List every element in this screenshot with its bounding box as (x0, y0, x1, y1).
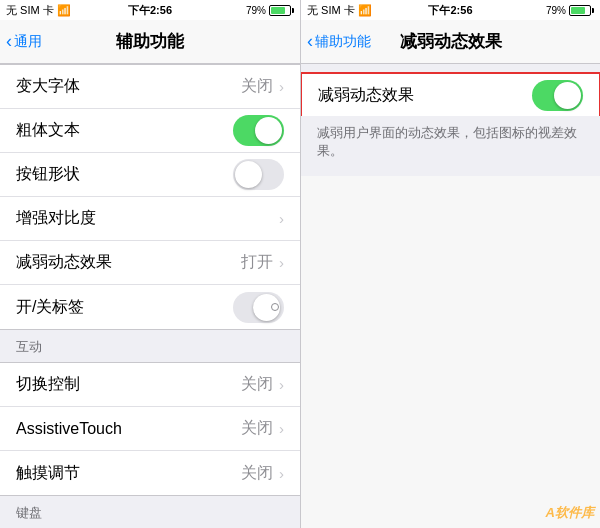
list-item-bigtext[interactable]: 变大字体 关闭 › (0, 65, 300, 109)
right-status-bar: 无 SIM 卡 📶 下午2:56 79% (301, 0, 600, 20)
buttonshape-toggle-knob (235, 161, 262, 188)
bigtext-chevron-icon: › (279, 78, 284, 95)
list-item-onofflabel[interactable]: 开/关标签 (0, 285, 300, 329)
switch-control-value: 关闭 (241, 374, 273, 395)
assistivetouch-right: 关闭 › (241, 418, 284, 439)
list-item-contrast[interactable]: 增强对比度 › (0, 197, 300, 241)
back-label-right: 辅助功能 (315, 33, 371, 51)
main-list-group: 变大字体 关闭 › 粗体文本 按钮形状 (0, 64, 300, 330)
right-battery-pct: 79% (546, 5, 566, 16)
right-status-time: 下午2:56 (428, 3, 472, 18)
reduce-motion-right: 打开 › (241, 252, 284, 273)
reduce-motion-label: 减弱动态效果 (16, 252, 112, 273)
assistivetouch-value: 关闭 (241, 418, 273, 439)
onofflabel-toggle[interactable] (233, 292, 284, 323)
bigtext-value: 关闭 (241, 76, 273, 97)
status-left: 无 SIM 卡 📶 (6, 3, 71, 18)
contrast-chevron-icon: › (279, 210, 284, 227)
bold-label: 粗体文本 (16, 120, 80, 141)
right-content: 减弱动态效果 减弱用户界面的动态效果，包括图标的视差效果。 (301, 64, 600, 528)
highlighted-reduce-motion-item[interactable]: 减弱动态效果 (301, 72, 600, 116)
right-status-left: 无 SIM 卡 📶 (307, 3, 372, 18)
wifi-icon: 📶 (57, 4, 71, 17)
contrast-label: 增强对比度 (16, 208, 96, 229)
right-panel: 无 SIM 卡 📶 下午2:56 79% ‹ 辅助功能 减弱动态效果 减弱动态效… (300, 0, 600, 528)
list-item-touch-accomm[interactable]: 触摸调节 关闭 › (0, 451, 300, 495)
bigtext-right: 关闭 › (241, 76, 284, 97)
list-item-assistivetouch[interactable]: AssistiveTouch 关闭 › (0, 407, 300, 451)
assistivetouch-label: AssistiveTouch (16, 420, 122, 438)
bold-toggle-knob (255, 117, 282, 144)
right-wifi-icon: 📶 (358, 4, 372, 17)
reduce-motion-toggle[interactable] (532, 80, 583, 111)
interactive-section-header: 互动 (0, 330, 300, 362)
touch-accomm-value: 关闭 (241, 463, 273, 484)
right-list-group: 减弱动态效果 (301, 72, 600, 116)
switch-control-chevron-icon: › (279, 376, 284, 393)
reduce-motion-toggle-knob (554, 82, 581, 109)
touch-accomm-right: 关闭 › (241, 463, 284, 484)
right-battery-icon (569, 5, 594, 16)
keyboard-section-header: 键盘 (0, 496, 300, 528)
left-panel: 无 SIM 卡 📶 下午2:56 79% ‹ 通用 辅助功能 变大字体 关闭 (0, 0, 300, 528)
left-nav-bar: ‹ 通用 辅助功能 (0, 20, 300, 64)
back-chevron-icon: ‹ (6, 32, 12, 50)
bigtext-label: 变大字体 (16, 76, 80, 97)
assistivetouch-chevron-icon: › (279, 420, 284, 437)
switch-control-right: 关闭 › (241, 374, 284, 395)
reduce-motion-description-text: 减弱用户界面的动态效果，包括图标的视差效果。 (317, 125, 577, 158)
interactive-section-label: 互动 (16, 338, 42, 356)
touch-accomm-chevron-icon: › (279, 465, 284, 482)
onofflabel-label: 开/关标签 (16, 297, 84, 318)
right-status-right: 79% (546, 5, 594, 16)
left-content: 变大字体 关闭 › 粗体文本 按钮形状 (0, 64, 300, 528)
bottom-spacer: 键盘 (0, 496, 300, 528)
list-item-buttonshape[interactable]: 按钮形状 (0, 153, 300, 197)
battery-pct: 79% (246, 5, 266, 16)
list-item-reduce-motion[interactable]: 减弱动态效果 打开 › (0, 241, 300, 285)
right-back-chevron-icon: ‹ (307, 32, 313, 50)
reduce-motion-value: 打开 (241, 252, 273, 273)
interactive-list-group: 切换控制 关闭 › AssistiveTouch 关闭 › 触摸调节 关闭 › (0, 362, 300, 496)
bold-toggle[interactable] (233, 115, 284, 146)
right-nav-title: 减弱动态效果 (400, 30, 502, 53)
touch-accomm-label: 触摸调节 (16, 463, 80, 484)
switch-control-label: 切换控制 (16, 374, 80, 395)
list-item-switch-control[interactable]: 切换控制 关闭 › (0, 363, 300, 407)
highlighted-reduce-motion-label: 减弱动态效果 (318, 85, 414, 106)
top-spacer-right (301, 64, 600, 72)
right-nav-bar: ‹ 辅助功能 减弱动态效果 (301, 20, 600, 64)
contrast-right: › (279, 210, 284, 227)
status-right: 79% (246, 5, 294, 16)
battery-icon (269, 5, 294, 16)
buttonshape-label: 按钮形状 (16, 164, 80, 185)
back-button-left[interactable]: ‹ 通用 (6, 33, 42, 51)
back-button-right[interactable]: ‹ 辅助功能 (307, 33, 371, 51)
right-carrier-text: 无 SIM 卡 (307, 3, 355, 18)
left-nav-title: 辅助功能 (116, 30, 184, 53)
status-time: 下午2:56 (128, 3, 172, 18)
keyboard-section-label: 键盘 (16, 504, 42, 522)
carrier-text: 无 SIM 卡 (6, 3, 54, 18)
list-item-bold[interactable]: 粗体文本 (0, 109, 300, 153)
back-label-left: 通用 (14, 33, 42, 51)
buttonshape-toggle[interactable] (233, 159, 284, 190)
section-spacer: 互动 (0, 330, 300, 362)
reduce-motion-chevron-icon: › (279, 254, 284, 271)
reduce-motion-description: 减弱用户界面的动态效果，包括图标的视差效果。 (301, 116, 600, 176)
left-status-bar: 无 SIM 卡 📶 下午2:56 79% (0, 0, 300, 20)
